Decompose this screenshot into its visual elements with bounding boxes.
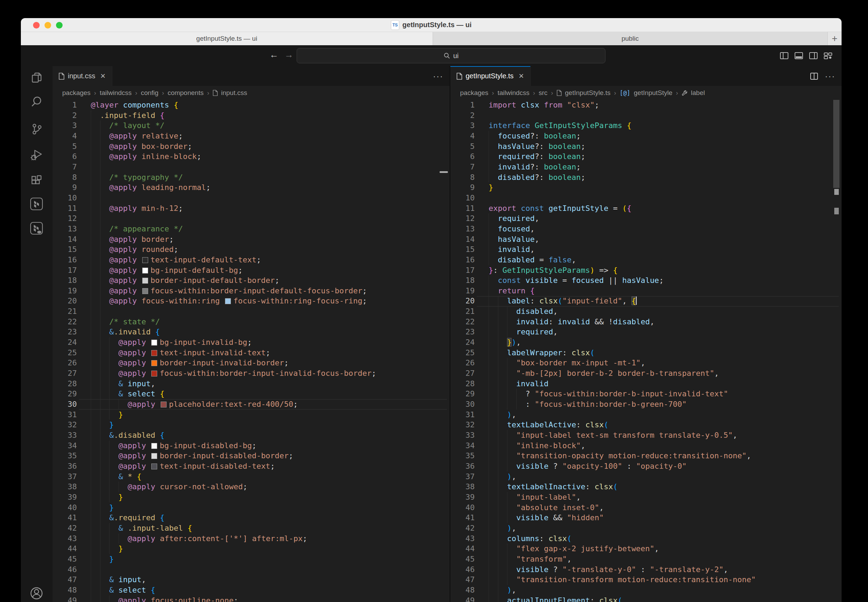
code-line: 2 xyxy=(450,110,842,121)
color-swatch[interactable] xyxy=(151,464,157,470)
code-line: 37 ), xyxy=(450,471,842,482)
color-swatch[interactable] xyxy=(225,298,231,304)
code-line: 36 @apply text-input-disabled-text; xyxy=(52,461,450,471)
extensions-icon[interactable] xyxy=(29,173,44,189)
code-line: 39 "input-label", xyxy=(450,492,842,502)
navigate-back-icon[interactable]: ← xyxy=(269,49,279,60)
color-swatch[interactable] xyxy=(142,278,148,284)
close-window-button[interactable] xyxy=(33,22,40,29)
color-swatch[interactable] xyxy=(142,288,148,294)
breadcrumb-file[interactable]: input.css xyxy=(221,89,247,97)
file-icon xyxy=(59,73,64,80)
code-editor-input-css[interactable]: 1@layer components {2 .input-field {3 /*… xyxy=(52,100,450,602)
code-line: 4 focused?: boolean; xyxy=(450,131,842,141)
code-line: 13 /* appearance */ xyxy=(52,224,450,234)
editor-tabs-right: getInputStyle.ts ✕ ··· xyxy=(450,66,842,86)
line-number: 48 xyxy=(52,585,77,595)
more-actions-icon[interactable]: ··· xyxy=(825,71,835,81)
color-swatch[interactable] xyxy=(151,371,157,376)
breadcrumb-file[interactable]: getInputStyle.ts xyxy=(565,89,611,97)
line-number: 46 xyxy=(450,564,475,575)
color-swatch[interactable] xyxy=(151,339,157,346)
code-line: 40 "absolute inset-0", xyxy=(450,502,842,513)
line-number: 25 xyxy=(52,348,77,358)
terraform-cloud-icon[interactable] xyxy=(29,221,44,236)
code-line: 45 } xyxy=(52,554,450,564)
command-center-search[interactable]: ui xyxy=(297,48,605,63)
code-line: 13 focused, xyxy=(450,224,842,234)
native-tab-label: public xyxy=(622,35,639,43)
code-line: 2 .input-field { xyxy=(52,110,450,121)
breadcrumb-item[interactable]: tailwindcss xyxy=(100,89,132,97)
search-icon[interactable] xyxy=(29,94,44,109)
code-line: 29 ? "focus-within:border-b-input-invali… xyxy=(450,389,842,399)
mac-titlebar: TS getInputStyle.ts — ui xyxy=(21,18,842,32)
line-number: 10 xyxy=(450,193,475,203)
breadcrumb-item[interactable]: components xyxy=(168,89,204,97)
code-line: 17 @apply bg-input-default-bg; xyxy=(52,265,450,276)
close-icon[interactable]: ✕ xyxy=(100,72,106,80)
code-line: 41 &.required { xyxy=(52,513,450,523)
chevron-right-icon: › xyxy=(676,89,678,97)
breadcrumb-symbol[interactable]: label xyxy=(691,89,705,97)
new-native-tab-button[interactable]: + xyxy=(828,32,842,45)
line-number: 3 xyxy=(450,120,475,131)
breadcrumb-item[interactable]: src xyxy=(539,89,547,97)
line-number: 1 xyxy=(450,100,475,110)
more-actions-icon[interactable]: ··· xyxy=(433,71,443,81)
line-number: 43 xyxy=(450,533,475,544)
explorer-icon[interactable] xyxy=(29,70,44,86)
color-swatch[interactable] xyxy=(151,453,157,459)
color-swatch[interactable] xyxy=(151,360,157,366)
window-title: getInputStyle.ts — ui xyxy=(403,21,472,29)
split-editor-icon[interactable] xyxy=(810,72,819,81)
tab-input-css[interactable]: input.css ✕ xyxy=(52,66,112,86)
breadcrumb-symbol[interactable]: getInputStyle xyxy=(634,89,672,97)
color-swatch[interactable] xyxy=(161,402,167,407)
terraform-icon[interactable] xyxy=(29,196,44,212)
line-number: 9 xyxy=(450,182,475,193)
line-number: 26 xyxy=(52,358,77,368)
breadcrumb-item[interactable]: config xyxy=(141,89,159,97)
zoom-window-button[interactable] xyxy=(56,22,63,29)
color-swatch[interactable] xyxy=(151,443,157,449)
code-line: 46 visible ? "-translate-y-0" : "-transl… xyxy=(450,564,842,575)
line-number: 17 xyxy=(52,265,77,276)
code-line: 14 hasValue, xyxy=(450,234,842,245)
tab-getinputstyle-ts[interactable]: getInputStyle.ts ✕ xyxy=(450,66,531,86)
native-tab-public[interactable]: public xyxy=(433,32,828,45)
code-line: 29 & select { xyxy=(52,389,450,399)
navigate-forward-icon[interactable]: → xyxy=(285,49,294,60)
line-number: 18 xyxy=(52,275,77,286)
color-swatch[interactable] xyxy=(151,350,157,356)
close-icon[interactable]: ✕ xyxy=(519,72,524,80)
line-number: 34 xyxy=(52,441,77,451)
code-line: 35 @apply border-input-disabled-border; xyxy=(52,451,450,461)
code-editor-getinputstyle-ts[interactable]: 1import clsx from "clsx";23interface Get… xyxy=(450,100,842,602)
minimize-window-button[interactable] xyxy=(44,22,51,29)
line-number: 27 xyxy=(450,368,475,379)
line-number: 18 xyxy=(450,275,475,286)
code-line: 22 invalid: invalid && !disabled, xyxy=(450,317,842,327)
code-line: 47 & input, xyxy=(52,574,450,585)
color-swatch[interactable] xyxy=(142,257,148,263)
source-control-icon[interactable] xyxy=(29,121,44,137)
line-number: 35 xyxy=(52,451,77,461)
run-debug-icon[interactable] xyxy=(29,147,44,163)
typescript-file-icon: TS xyxy=(391,20,399,30)
native-tab-current[interactable]: getInputStyle.ts — ui xyxy=(21,32,433,45)
color-swatch[interactable] xyxy=(142,267,148,273)
breadcrumb-item[interactable]: packages xyxy=(460,89,488,97)
toggle-panel-icon[interactable] xyxy=(793,50,805,61)
toggle-primary-sidebar-icon[interactable] xyxy=(778,50,790,61)
breadcrumb-item[interactable]: packages xyxy=(62,89,90,97)
line-number: 41 xyxy=(450,513,475,523)
customize-layout-icon[interactable] xyxy=(822,50,834,61)
code-line: 18 @apply border-input-default-border; xyxy=(52,275,450,286)
line-number: 32 xyxy=(450,420,475,430)
account-icon[interactable] xyxy=(29,586,44,601)
code-line: 19 @apply focus-within:border-input-defa… xyxy=(52,286,450,296)
breadcrumb-item[interactable]: tailwindcss xyxy=(498,89,530,97)
toggle-secondary-sidebar-icon[interactable] xyxy=(807,50,819,61)
code-line: 15 invalid, xyxy=(450,244,842,255)
